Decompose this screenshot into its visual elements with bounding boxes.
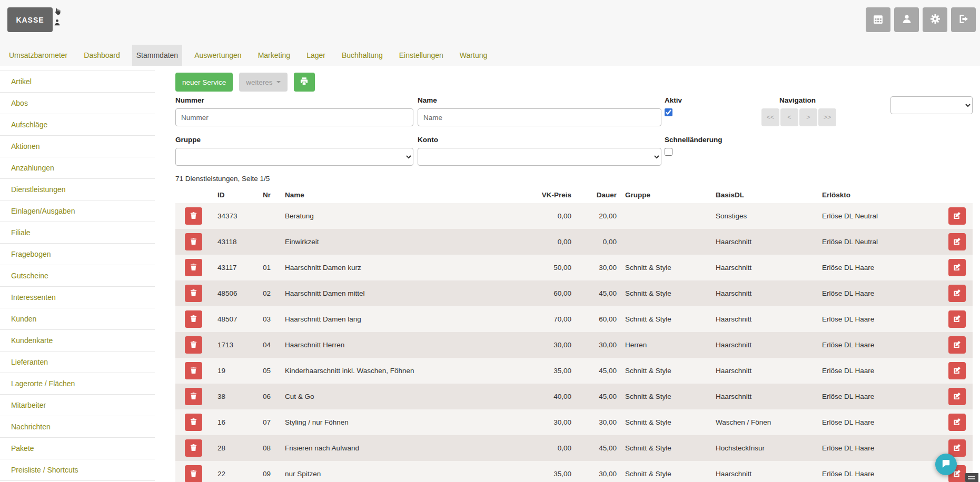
edit-icon	[953, 263, 961, 273]
kasse-button[interactable]: KASSE	[7, 7, 53, 32]
cell-dauer: 45,00	[576, 435, 621, 461]
delete-row-button[interactable]	[185, 310, 202, 328]
edit-row-button[interactable]	[948, 259, 966, 276]
sidebar-item[interactable]: Interessenten	[0, 287, 155, 308]
gear-icon	[930, 14, 941, 26]
edit-icon	[953, 392, 961, 401]
aktiv-checkbox[interactable]	[665, 108, 672, 116]
chat-launcher-button[interactable]	[935, 454, 957, 475]
delete-row-button[interactable]	[185, 259, 202, 276]
pagination-button[interactable]: >>	[818, 108, 836, 126]
edit-row-button[interactable]	[948, 310, 966, 328]
pagination-button[interactable]: <	[780, 108, 798, 126]
sidebar-item[interactable]: Nachrichten	[0, 416, 155, 438]
edit-row-button[interactable]	[948, 336, 966, 354]
sidebar-item[interactable]: Abos	[0, 93, 155, 114]
cell-dauer: 30,00	[576, 461, 621, 482]
edit-cell	[941, 332, 973, 358]
more-dropdown-button[interactable]: weiteres	[239, 73, 287, 92]
settings-button[interactable]	[923, 7, 947, 32]
schnellaenderung-checkbox[interactable]	[665, 148, 672, 156]
edit-cell	[941, 409, 973, 435]
cell-basisdl: Hochsteckfrisur	[711, 435, 818, 461]
edit-row-button[interactable]	[948, 414, 966, 431]
nav-tab[interactable]: Lager	[302, 45, 330, 66]
header-bar: KASSE	[0, 0, 980, 45]
cell-gruppe: Schnitt & Style	[621, 384, 711, 409]
cell-basisdl: Haarschnitt	[711, 229, 818, 255]
nav-tab[interactable]: Dashboard	[80, 45, 124, 66]
delete-row-button[interactable]	[185, 207, 202, 225]
delete-row-button[interactable]	[185, 285, 202, 302]
sidebar-item[interactable]: Mitarbeiter	[0, 395, 155, 416]
chevron-down-icon	[276, 81, 281, 83]
cell-id: 48507	[213, 306, 259, 332]
sidebar-item[interactable]: Anzahlungen	[0, 157, 155, 179]
nav-tab[interactable]: Buchhaltung	[338, 45, 387, 66]
print-button[interactable]	[294, 73, 315, 92]
corner-widget-icon[interactable]	[965, 473, 978, 482]
nav-tab[interactable]: Umsatzbarometer	[5, 45, 72, 66]
delete-row-button[interactable]	[185, 465, 202, 482]
sidebar-item[interactable]: Pakete	[0, 438, 155, 459]
sidebar-item[interactable]: Aktionen	[0, 136, 155, 157]
pagination-button[interactable]: >	[799, 108, 817, 126]
sidebar-item[interactable]: Gutscheine	[0, 265, 155, 287]
sidebar-item[interactable]: Lagerorte / Flächen	[0, 373, 155, 395]
delete-cell	[175, 306, 213, 332]
nav-tab[interactable]: Wartung	[456, 45, 491, 66]
cell-id: 1713	[213, 332, 259, 358]
nav-tab[interactable]: Stammdaten	[132, 45, 182, 66]
cell-id: 22	[213, 461, 259, 482]
edit-row-button[interactable]	[948, 362, 966, 379]
sidebar-item[interactable]: Lieferanten	[0, 352, 155, 373]
user-button[interactable]	[894, 7, 919, 32]
cell-dauer: 20,00	[576, 203, 621, 229]
delete-row-button[interactable]	[185, 336, 202, 354]
cell-gruppe: Schnitt & Style	[621, 358, 711, 384]
gruppe-select[interactable]	[175, 148, 413, 166]
calendar-button[interactable]	[866, 7, 890, 32]
logout-button[interactable]	[951, 7, 976, 32]
sidebar-item[interactable]: Kunden	[0, 308, 155, 330]
cell-basisdl: Haarschnitt	[711, 332, 818, 358]
table-row: 28 08 Frisieren nach Aufwand 0,00 45,00 …	[175, 435, 973, 461]
cell-vk-preis: 0,00	[523, 435, 576, 461]
edit-row-button[interactable]	[948, 388, 966, 405]
delete-row-button[interactable]	[185, 439, 202, 457]
sidebar-item[interactable]: Preisliste / Shortcuts	[0, 459, 155, 481]
nav-tab[interactable]: Auswertungen	[190, 45, 246, 66]
edit-row-button[interactable]	[948, 439, 966, 457]
edit-row-button[interactable]	[948, 233, 966, 250]
cell-vk-preis: 0,00	[523, 203, 576, 229]
sidebar-item[interactable]: Fragebogen	[0, 244, 155, 265]
sidebar-item[interactable]: Einlagen/Ausgaben	[0, 200, 155, 222]
navigation-label: Navigation	[779, 96, 836, 104]
quick-navigation-select[interactable]	[890, 96, 973, 114]
pagination-button[interactable]: <<	[761, 108, 779, 126]
nav-tab[interactable]: Einstellungen	[395, 45, 448, 66]
trash-icon	[190, 340, 197, 350]
trash-icon	[190, 418, 197, 427]
cell-vk-preis: 35,00	[523, 461, 576, 482]
cell-basisdl: Haarschnitt	[711, 384, 818, 409]
delete-row-button[interactable]	[185, 233, 202, 250]
nav-tab[interactable]: Marketing	[254, 45, 294, 66]
sidebar-item[interactable]: Kundenkarte	[0, 330, 155, 352]
name-input[interactable]	[418, 108, 661, 126]
nummer-input[interactable]	[175, 108, 413, 126]
result-count-text: 71 Dienstleistungen, Seite 1/5	[175, 175, 973, 183]
new-service-button[interactable]: neuer Service	[175, 73, 233, 92]
sidebar-item[interactable]: Aufschläge	[0, 114, 155, 136]
konto-select[interactable]	[418, 148, 661, 166]
edit-row-button[interactable]	[948, 285, 966, 302]
delete-row-button[interactable]	[185, 362, 202, 379]
delete-row-button[interactable]	[185, 414, 202, 431]
column-header: Nr	[259, 186, 281, 203]
column-header: Gruppe	[621, 186, 711, 203]
sidebar-item[interactable]: Dienstleistungen	[0, 179, 155, 200]
sidebar-item[interactable]: Artikel	[0, 71, 155, 93]
delete-row-button[interactable]	[185, 388, 202, 405]
edit-row-button[interactable]	[948, 207, 966, 225]
sidebar-item[interactable]: Filiale	[0, 222, 155, 244]
